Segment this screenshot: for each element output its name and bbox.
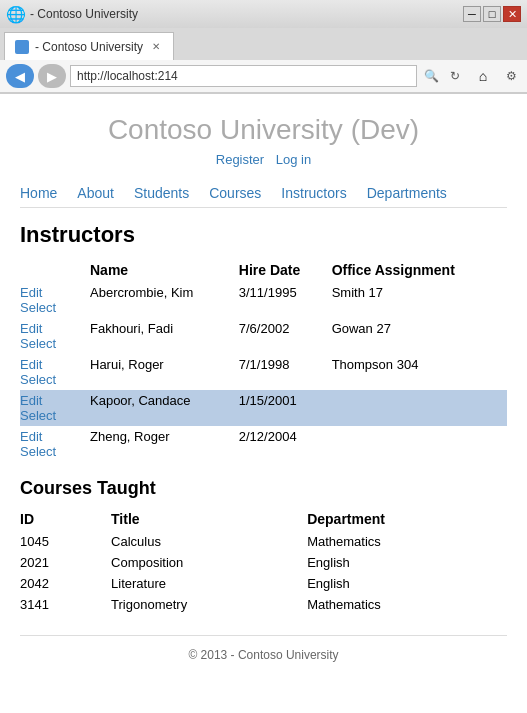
edit-link[interactable]: Edit xyxy=(20,393,42,408)
table-row: Edit Select Fakhouri, Fadi 7/6/2002 Gowa… xyxy=(20,318,507,354)
row-name: Fakhouri, Fadi xyxy=(90,318,239,354)
nav-departments[interactable]: Departments xyxy=(357,185,457,201)
nav-about[interactable]: About xyxy=(67,185,124,201)
courses-row: 3141 Trigonometry Mathematics xyxy=(20,594,507,615)
row-office: Smith 17 xyxy=(332,282,507,318)
tab-favicon xyxy=(15,40,29,54)
tools-icon[interactable]: ⚙ xyxy=(501,66,521,86)
courses-col-dept-header: Department xyxy=(307,507,507,531)
row-actions: Edit Select xyxy=(20,282,90,318)
courses-row: 1045 Calculus Mathematics xyxy=(20,531,507,552)
table-row: Edit Select Zheng, Roger 2/12/2004 xyxy=(20,426,507,462)
course-id: 3141 xyxy=(20,594,111,615)
row-actions: Edit Select xyxy=(20,318,90,354)
maximize-button[interactable]: □ xyxy=(483,6,501,22)
forward-icon: ▶ xyxy=(47,69,57,84)
refresh-icon[interactable]: ↻ xyxy=(445,66,465,86)
back-button[interactable]: ◀ xyxy=(6,64,34,88)
course-title: Calculus xyxy=(111,531,307,552)
back-icon: ◀ xyxy=(15,69,25,84)
active-tab[interactable]: - Contoso University ✕ xyxy=(4,32,174,60)
course-id: 2021 xyxy=(20,552,111,573)
row-name: Kapoor, Candace xyxy=(90,390,239,426)
favicon-icon: 🌐 xyxy=(6,5,26,24)
col-office-header: Office Assignment xyxy=(332,258,507,282)
courses-col-title-header: Title xyxy=(111,507,307,531)
course-dept: Mathematics xyxy=(307,531,507,552)
courses-row: 2042 Literature English xyxy=(20,573,507,594)
tab-bar: - Contoso University ✕ xyxy=(0,28,527,60)
nav-home[interactable]: Home xyxy=(20,185,67,201)
site-nav-top: Register Log in xyxy=(20,152,507,167)
row-hiredate: 7/1/1998 xyxy=(239,354,332,390)
main-nav: Home About Students Courses Instructors … xyxy=(20,179,507,208)
browser-chrome: 🌐 - Contoso University ─ □ ✕ - Contoso U… xyxy=(0,0,527,94)
address-text: http://localhost:214 xyxy=(77,69,178,83)
table-row: Edit Select Harui, Roger 7/1/1998 Thomps… xyxy=(20,354,507,390)
footer-text: © 2013 - Contoso University xyxy=(188,648,338,662)
window-title: - Contoso University xyxy=(30,7,138,21)
course-title: Composition xyxy=(111,552,307,573)
tab-close-button[interactable]: ✕ xyxy=(149,40,163,54)
page-content: Contoso University (Dev) Register Log in… xyxy=(0,94,527,682)
forward-button[interactable]: ▶ xyxy=(38,64,66,88)
edit-link[interactable]: Edit xyxy=(20,429,42,444)
address-input[interactable]: http://localhost:214 xyxy=(70,65,417,87)
edit-link[interactable]: Edit xyxy=(20,321,42,336)
home-button[interactable]: ⌂ xyxy=(469,64,497,88)
course-dept: Mathematics xyxy=(307,594,507,615)
row-hiredate: 3/11/1995 xyxy=(239,282,332,318)
nav-students[interactable]: Students xyxy=(124,185,199,201)
tab-label: - Contoso University xyxy=(35,40,143,54)
col-hiredate-header: Hire Date xyxy=(239,258,332,282)
courses-table: ID Title Department 1045 Calculus Mathem… xyxy=(20,507,507,615)
row-actions: Edit Select xyxy=(20,426,90,462)
table-row: Edit Select Kapoor, Candace 1/15/2001 xyxy=(20,390,507,426)
col-actions-header xyxy=(20,258,90,282)
course-id: 2042 xyxy=(20,573,111,594)
row-name: Harui, Roger xyxy=(90,354,239,390)
nav-courses[interactable]: Courses xyxy=(199,185,271,201)
edit-link[interactable]: Edit xyxy=(20,357,42,372)
site-header: Contoso University (Dev) Register Log in xyxy=(20,94,507,179)
course-title: Trigonometry xyxy=(111,594,307,615)
nav-instructors[interactable]: Instructors xyxy=(271,185,356,201)
row-office xyxy=(332,426,507,462)
course-dept: English xyxy=(307,573,507,594)
site-title: Contoso University (Dev) xyxy=(20,114,507,146)
page-footer: © 2013 - Contoso University xyxy=(20,635,507,662)
edit-link[interactable]: Edit xyxy=(20,285,42,300)
row-hiredate: 2/12/2004 xyxy=(239,426,332,462)
courses-heading: Courses Taught xyxy=(20,478,507,499)
select-link[interactable]: Select xyxy=(20,336,56,351)
instructors-table: Name Hire Date Office Assignment Edit Se… xyxy=(20,258,507,462)
search-icon[interactable]: 🔍 xyxy=(421,66,441,86)
courses-col-id-header: ID xyxy=(20,507,111,531)
window-controls: ─ □ ✕ xyxy=(463,6,521,22)
course-id: 1045 xyxy=(20,531,111,552)
address-bar: ◀ ▶ http://localhost:214 🔍 ↻ ⌂ ⚙ xyxy=(0,60,527,93)
minimize-button[interactable]: ─ xyxy=(463,6,481,22)
table-row: Edit Select Abercrombie, Kim 3/11/1995 S… xyxy=(20,282,507,318)
register-link[interactable]: Register xyxy=(216,152,264,167)
courses-row: 2021 Composition English xyxy=(20,552,507,573)
select-link[interactable]: Select xyxy=(20,444,56,459)
login-link[interactable]: Log in xyxy=(276,152,311,167)
row-office: Gowan 27 xyxy=(332,318,507,354)
title-bar-left: 🌐 - Contoso University xyxy=(6,5,138,24)
select-link[interactable]: Select xyxy=(20,372,56,387)
row-name: Zheng, Roger xyxy=(90,426,239,462)
course-dept: English xyxy=(307,552,507,573)
select-link[interactable]: Select xyxy=(20,300,56,315)
title-bar: 🌐 - Contoso University ─ □ ✕ xyxy=(0,0,527,28)
select-link[interactable]: Select xyxy=(20,408,56,423)
row-office: Thompson 304 xyxy=(332,354,507,390)
row-hiredate: 1/15/2001 xyxy=(239,390,332,426)
course-title: Literature xyxy=(111,573,307,594)
row-actions: Edit Select xyxy=(20,390,90,426)
row-name: Abercrombie, Kim xyxy=(90,282,239,318)
row-office xyxy=(332,390,507,426)
close-button[interactable]: ✕ xyxy=(503,6,521,22)
row-hiredate: 7/6/2002 xyxy=(239,318,332,354)
row-actions: Edit Select xyxy=(20,354,90,390)
